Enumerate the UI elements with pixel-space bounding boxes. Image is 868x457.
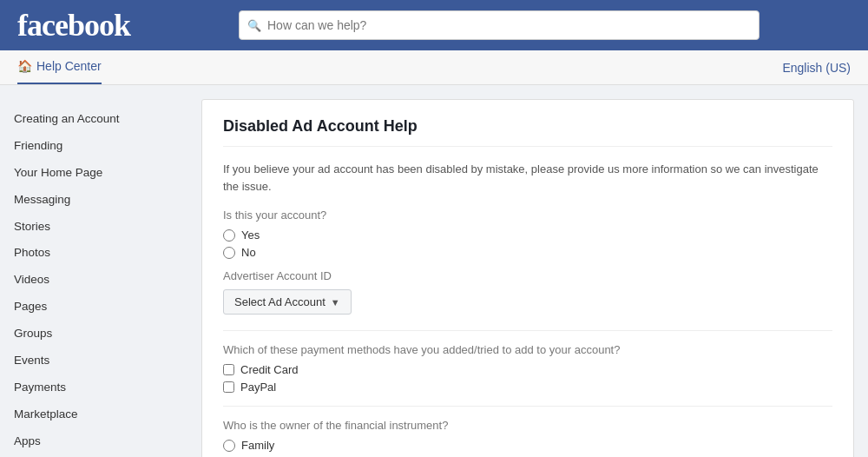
radio-family-option[interactable]: Family: [223, 439, 832, 452]
radio-yes-input[interactable]: [223, 229, 235, 242]
header: facebook 🔍: [0, 0, 868, 50]
radio-no-option[interactable]: No: [223, 246, 832, 259]
radio-yes-option[interactable]: Yes: [223, 228, 832, 242]
sidebar-item-apps[interactable]: Apps: [14, 428, 187, 455]
checkbox-credit-card-input[interactable]: [223, 364, 234, 375]
sidebar-item-stories[interactable]: Stories: [14, 214, 187, 241]
is-your-account-group: Yes No: [223, 228, 832, 259]
nav-bar: 🏠 Help Center English (US): [0, 50, 868, 85]
sidebar-item-photos[interactable]: Photos: [14, 240, 187, 267]
sidebar: Creating an Account Friending Your Home …: [14, 99, 187, 457]
is-your-account-label: Is this your account?: [223, 209, 832, 222]
sidebar-item-videos[interactable]: Videos: [14, 267, 187, 294]
checkbox-credit-card-label: Credit Card: [240, 363, 298, 376]
sidebar-item-messaging[interactable]: Messaging: [14, 187, 187, 214]
sidebar-item-home-page[interactable]: Your Home Page: [14, 160, 187, 187]
search-bar: 🔍: [239, 10, 760, 40]
checkbox-paypal-label: PayPal: [240, 381, 276, 394]
sidebar-item-groups[interactable]: Groups: [14, 321, 187, 348]
radio-no-label: No: [241, 246, 256, 259]
radio-family-label: Family: [241, 439, 274, 452]
facebook-logo: facebook: [17, 7, 130, 43]
sidebar-item-marketplace[interactable]: Marketplace: [14, 401, 187, 428]
financial-owner-group: Family Friend Coworker: [223, 439, 832, 457]
sidebar-item-payments[interactable]: Payments: [14, 374, 187, 401]
search-input[interactable]: [239, 10, 760, 40]
search-icon: 🔍: [247, 19, 261, 32]
help-center-label: Help Center: [36, 59, 102, 73]
sidebar-item-creating-account[interactable]: Creating an Account: [14, 106, 187, 133]
payment-methods-label: Which of these payment methods have you …: [223, 343, 832, 356]
sidebar-item-pages[interactable]: Pages: [14, 294, 187, 321]
radio-yes-label: Yes: [241, 228, 260, 242]
checkbox-paypal-option[interactable]: PayPal: [223, 381, 832, 394]
advertiser-account-id-label: Advertiser Account ID: [223, 269, 832, 282]
financial-owner-label: Who is the owner of the financial instru…: [223, 419, 832, 432]
main-container: Creating an Account Friending Your Home …: [0, 85, 868, 457]
sidebar-item-friending[interactable]: Friending: [14, 133, 187, 160]
section-divider-2: [223, 406, 832, 407]
sidebar-item-events[interactable]: Events: [14, 348, 187, 374]
language-selector[interactable]: English (US): [782, 61, 851, 75]
content-description: If you believe your ad account has been …: [223, 161, 832, 195]
checkbox-paypal-input[interactable]: [223, 381, 234, 393]
checkbox-credit-card-option[interactable]: Credit Card: [223, 363, 832, 376]
select-ad-account-button[interactable]: Select Ad Account ▼: [223, 289, 352, 315]
radio-no-input[interactable]: [223, 247, 235, 259]
dropdown-arrow-icon: ▼: [331, 297, 340, 308]
page-title: Disabled Ad Account Help: [223, 117, 832, 147]
home-icon: 🏠: [17, 59, 32, 73]
radio-family-input[interactable]: [223, 440, 235, 452]
section-divider-1: [223, 330, 832, 331]
select-ad-account-label: Select Ad Account: [234, 295, 326, 308]
help-center-link[interactable]: 🏠 Help Center: [17, 50, 102, 84]
payment-methods-group: Credit Card PayPal: [223, 363, 832, 394]
content-panel: Disabled Ad Account Help If you believe …: [201, 99, 854, 457]
